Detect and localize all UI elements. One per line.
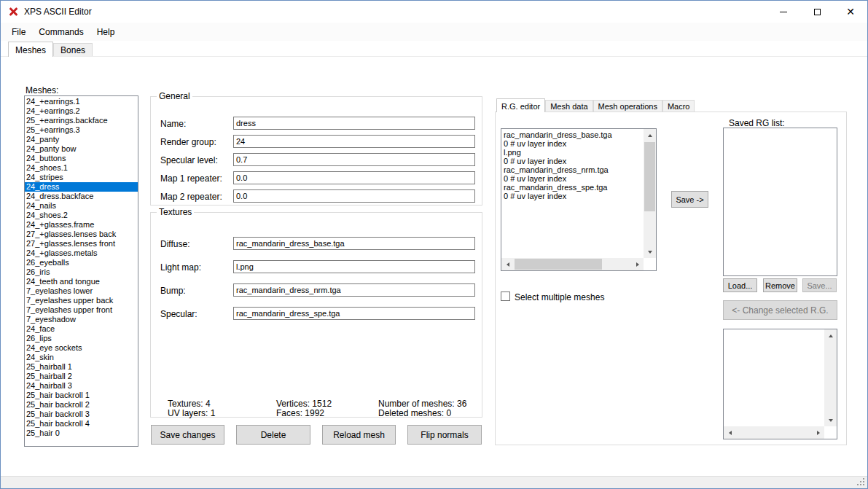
rg-line: rac_mandarin_dress_nrm.tga	[504, 165, 643, 174]
delete-button[interactable]: Delete	[236, 425, 310, 445]
specular-map-input[interactable]	[233, 307, 475, 320]
bump-label: Bump:	[160, 286, 186, 296]
tab-rg-editor[interactable]: R.G. editor	[496, 98, 545, 112]
mesh-list-item[interactable]: 25_hair backroll 2	[25, 400, 138, 410]
minimize-button[interactable]	[767, 1, 800, 23]
rg-log-textarea[interactable]	[723, 329, 837, 439]
mesh-list-item[interactable]: 27_+glasses.lenses front	[25, 239, 138, 249]
resize-grip[interactable]	[857, 478, 864, 485]
scrollbar-thumb[interactable]	[644, 142, 655, 211]
mesh-list-item[interactable]: 7_eyelashes upper front	[25, 305, 138, 315]
mesh-list-item[interactable]: 24_panty	[25, 135, 138, 144]
save-rg-button[interactable]: Save ->	[671, 191, 708, 208]
mesh-list-item[interactable]: 25_hair 0	[25, 429, 138, 438]
mesh-list-item[interactable]: 24_dress	[25, 182, 138, 192]
rg-tabstrip: R.G. editor Mesh data Mesh operations Ma…	[496, 98, 695, 112]
mesh-list-item[interactable]: 25_hair backroll 1	[25, 391, 138, 400]
mesh-list-item[interactable]: 24_dress.backface	[25, 192, 138, 201]
menu-file[interactable]: File	[5, 24, 32, 40]
mesh-list-item[interactable]: 7_eyelashes lower	[25, 286, 138, 296]
reload-mesh-button[interactable]: Reload mesh	[322, 425, 396, 445]
mesh-list-item[interactable]: 26_iris	[25, 267, 138, 277]
scroll-down-arrow[interactable]	[644, 246, 656, 258]
rg-textarea[interactable]: rac_mandarin_dress_base.tga0 # uv layer …	[501, 128, 657, 271]
render-group-input[interactable]	[233, 135, 475, 148]
close-button[interactable]: ✕	[834, 1, 867, 23]
mesh-list-item[interactable]: 24_+glasses.metals	[25, 249, 138, 258]
light-map-input[interactable]	[233, 260, 475, 273]
mesh-list-item[interactable]: 25_hairball 1	[25, 362, 138, 372]
mesh-list-item[interactable]: 24_teeth and tongue	[25, 277, 138, 286]
remove-button[interactable]: Remove	[763, 278, 797, 292]
mesh-list-item[interactable]: 24_+glasses.frame	[25, 220, 138, 230]
scroll-right-arrow[interactable]	[812, 426, 824, 439]
scrollbar-thumb[interactable]	[515, 259, 602, 270]
specular-level-input[interactable]	[233, 153, 475, 166]
mesh-list-item[interactable]: 24_panty bow	[25, 144, 138, 154]
mesh-list-item[interactable]: 24_skin	[25, 353, 138, 362]
map2-repeater-input[interactable]	[233, 189, 475, 203]
log-vertical-scrollbar[interactable]	[824, 329, 837, 426]
vertices-count: Vertices: 1512	[276, 399, 332, 409]
mesh-list-item[interactable]: 26_lips	[25, 334, 138, 343]
log-horizontal-scrollbar[interactable]	[724, 426, 824, 439]
mesh-list-item[interactable]: 25_+earrings.3	[25, 125, 138, 135]
scroll-up-arrow[interactable]	[824, 329, 837, 342]
window-title: XPS ASCII Editor	[24, 7, 92, 17]
app-window: XPS ASCII Editor ✕ File Commands Help Me…	[0, 0, 868, 489]
specular-level-label: Specular level:	[160, 155, 218, 165]
mesh-list-item[interactable]: 24_stripes	[25, 173, 138, 182]
select-multiple-label: Select multiple meshes	[515, 292, 604, 302]
textures-count: Textures: 4	[168, 399, 211, 409]
scroll-down-arrow[interactable]	[824, 414, 837, 426]
mesh-list-item[interactable]: 24_shoes.2	[25, 211, 138, 220]
main-tabstrip: Meshes Bones	[8, 42, 93, 57]
rg-horizontal-scrollbar[interactable]	[501, 258, 644, 270]
mesh-list-item[interactable]: 7_eyelashes upper back	[25, 296, 138, 305]
mesh-list-item[interactable]: 25_hair backroll 3	[25, 410, 138, 419]
select-multiple-checkbox[interactable]	[501, 292, 510, 301]
mesh-list-item[interactable]: 24_hairball 3	[25, 381, 138, 391]
scroll-left-arrow[interactable]	[501, 258, 514, 270]
mesh-list-item[interactable]: 7_eyeshadow	[25, 315, 138, 324]
scroll-left-arrow[interactable]	[724, 426, 736, 439]
textures-groupbox-title: Textures	[157, 207, 194, 217]
mesh-listbox[interactable]: 24_+earrings.124_+earrings.225_+earrings…	[24, 95, 138, 447]
mesh-list-item[interactable]: 25_hairball 2	[25, 372, 138, 381]
mesh-list-item[interactable]: 24_face	[25, 324, 138, 334]
rg-line: 0 # uv layer index	[504, 139, 643, 148]
save-button[interactable]: Save...	[802, 278, 837, 292]
menu-help[interactable]: Help	[90, 24, 122, 40]
tab-mesh-data[interactable]: Mesh data	[545, 100, 593, 112]
tab-mesh-operations[interactable]: Mesh operations	[593, 100, 662, 112]
mesh-list-item[interactable]: 27_+glasses.lenses back	[25, 230, 138, 239]
maximize-button[interactable]	[800, 1, 834, 23]
uv-layers-count: UV layers: 1	[168, 408, 215, 418]
mesh-list-item[interactable]: 25_+earrings.backface	[25, 116, 138, 125]
tab-macro[interactable]: Macro	[662, 100, 695, 112]
tab-meshes[interactable]: Meshes	[8, 42, 53, 57]
menu-commands[interactable]: Commands	[32, 24, 90, 40]
bump-input[interactable]	[233, 283, 475, 297]
save-changes-button[interactable]: Save changes	[151, 425, 224, 445]
rg-vertical-scrollbar[interactable]	[644, 129, 656, 258]
name-input[interactable]	[233, 117, 475, 130]
mesh-list-item[interactable]: 24_eye sockets	[25, 343, 138, 353]
mesh-list-item[interactable]: 24_+earrings.2	[25, 106, 138, 116]
mesh-list-item[interactable]: 26_eyeballs	[25, 258, 138, 267]
scroll-right-arrow[interactable]	[631, 258, 644, 270]
tab-bones[interactable]: Bones	[53, 43, 93, 57]
change-selected-rg-button[interactable]: <- Change selected R.G.	[723, 300, 837, 320]
mesh-list-item[interactable]: 24_shoes.1	[25, 163, 138, 173]
map1-repeater-input[interactable]	[233, 171, 475, 184]
saved-rg-listbox[interactable]	[723, 128, 837, 276]
load-button[interactable]: Load...	[723, 278, 757, 292]
flip-normals-button[interactable]: Flip normals	[407, 425, 482, 445]
mesh-list-item[interactable]: 24_nails	[25, 201, 138, 211]
diffuse-input[interactable]	[233, 237, 475, 250]
scroll-up-arrow[interactable]	[644, 129, 656, 141]
mesh-list-item[interactable]: 24_buttons	[25, 154, 138, 163]
mesh-list-item[interactable]: 24_+earrings.1	[25, 97, 138, 106]
mesh-list-item[interactable]: 25_hair backroll 4	[25, 419, 138, 429]
app-x-logo-icon	[8, 7, 18, 17]
